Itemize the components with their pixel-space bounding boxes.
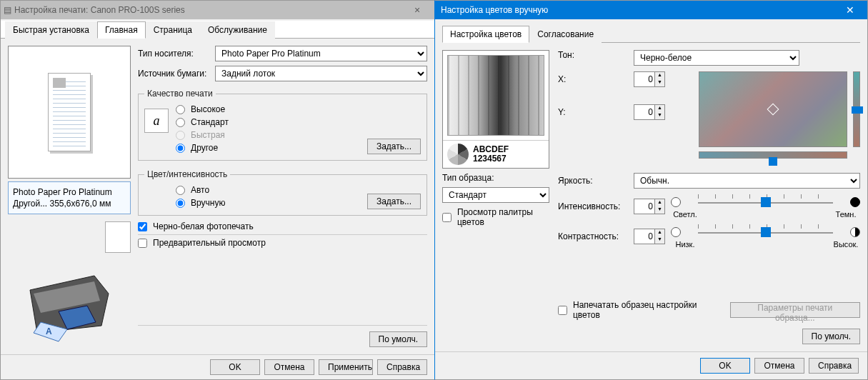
quality-fast: Быстрая	[176, 130, 360, 140]
chevron-down-icon: ▼	[655, 206, 664, 214]
tab-quick[interactable]: Быстрая установка	[5, 21, 97, 39]
brightness-select[interactable]: Обычн.	[634, 173, 860, 189]
tone-map[interactable]	[699, 71, 847, 147]
intensity-slider[interactable]	[688, 194, 843, 210]
controls-column: Тон: Черно-белое X: ▲▼ Y: ▲▼	[558, 50, 860, 344]
tone-select[interactable]: Черно-белое	[634, 50, 799, 66]
slider-thumb[interactable]	[761, 197, 771, 207]
color-fieldset: Цвет/интенсивность Авто Вручную Задать..…	[138, 169, 427, 216]
svg-text:A: A	[46, 326, 52, 336]
ok-button[interactable]: OK	[700, 358, 750, 374]
color-auto[interactable]: Авто	[176, 185, 360, 195]
quality-icon: a	[144, 109, 169, 133]
close-icon[interactable]: ✕	[836, 4, 864, 16]
light-icon	[671, 197, 681, 207]
tab-body: Photo Paper Pro Platinum Другой... 355,6…	[1, 39, 434, 354]
body-2: Настройка цветов Согласование ABCDEF 123…	[435, 19, 867, 379]
titlebar-1[interactable]: ▤ Настройка печати: Canon PRO-100S serie…	[1, 1, 434, 19]
source-label: Источник бумаги:	[138, 69, 209, 79]
intensity-label: Интенсивность:	[558, 201, 628, 211]
pie-icon	[447, 144, 469, 165]
contrast-label: Контрастность:	[558, 231, 628, 241]
sample-preview: ABCDEF 1234567	[442, 50, 549, 169]
dialog-buttons-1: OK Отмена Применить Справка	[1, 354, 434, 379]
sample-column: ABCDEF 1234567 Тип образца: Стандарт Про…	[442, 50, 549, 344]
close-icon[interactable]: ×	[403, 4, 431, 16]
window-title-2: Настройка цветов вручную	[438, 5, 836, 15]
tone-label: Тон:	[558, 50, 628, 60]
intensity-right-label: Темн.	[832, 210, 860, 219]
color-tabs: Настройка цветов Согласование	[442, 25, 860, 43]
sample-num: 1234567	[473, 154, 509, 164]
chevron-up-icon: ▲	[655, 199, 664, 206]
color-set-button[interactable]: Задать...	[367, 194, 421, 209]
defaults-button-2[interactable]: По умолч.	[802, 329, 860, 344]
tab-main[interactable]: Главная	[97, 21, 146, 39]
quality-other[interactable]: Другое	[176, 143, 360, 153]
chevron-up-icon: ▲	[655, 105, 664, 112]
printer-illustration: A	[16, 261, 123, 347]
left-column: Photo Paper Pro Platinum Другой... 355,6…	[8, 46, 131, 347]
cancel-button[interactable]: Отмена	[754, 358, 804, 374]
manual-color-window: Настройка цветов вручную ✕ Настройка цве…	[434, 0, 868, 380]
app-icon: ▤	[4, 5, 11, 15]
pencils-graphic	[447, 55, 544, 136]
tab-color-adjust[interactable]: Настройка цветов	[442, 26, 529, 43]
media-label: Тип носителя:	[138, 49, 209, 59]
slider-thumb[interactable]	[761, 227, 771, 237]
orientation-thumb	[105, 221, 131, 253]
y-spin[interactable]: ▲▼	[634, 104, 665, 120]
info-line-1: Photo Paper Pro Platinum	[13, 186, 126, 198]
paper-info-box: Photo Paper Pro Platinum Другой... 355,6…	[8, 181, 131, 214]
intensity-left-label: Светл.	[671, 210, 699, 219]
chevron-down-icon: ▼	[655, 79, 664, 86]
slider-thumb[interactable]	[769, 157, 777, 166]
tab-matching[interactable]: Согласование	[529, 26, 602, 43]
bw-checkbox[interactable]: Черно-белая фотопечать	[138, 221, 427, 231]
right-column: Тип носителя: Photo Paper Pro Platinum И…	[138, 46, 427, 347]
chevron-up-icon: ▲	[655, 72, 664, 79]
chevron-up-icon: ▲	[655, 229, 664, 236]
contrast-right-label: Высок.	[832, 240, 860, 249]
source-select[interactable]: Задний лоток	[215, 66, 427, 81]
cancel-button[interactable]: Отмена	[264, 359, 314, 375]
x-spin[interactable]: ▲▼	[634, 71, 665, 87]
window-title: Настройка печати: Canon PRO-100S series	[11, 5, 403, 15]
apply-button[interactable]: Применить	[319, 359, 373, 375]
color-legend: Цвет/интенсивность	[144, 169, 230, 179]
slider-thumb[interactable]	[852, 106, 863, 114]
defaults-button[interactable]: По умолч.	[369, 331, 427, 347]
quality-fieldset: Качество печати a Высокое Стандарт Быстр…	[138, 89, 427, 161]
tone-vbar[interactable]	[853, 71, 860, 147]
contrast-left-label: Низк.	[671, 240, 699, 249]
quality-legend: Качество печати	[144, 89, 216, 99]
contrast-spin[interactable]: ▲▼	[634, 229, 665, 244]
info-line-2: Другой... 355,6x676,0 мм	[13, 198, 126, 209]
preview-checkbox[interactable]: Предварительный просмотр	[138, 238, 427, 248]
page-preview	[8, 46, 131, 179]
contrast-slider[interactable]	[688, 224, 843, 240]
sample-params-button: Параметры печати образца...	[730, 302, 860, 318]
palette-checkbox[interactable]: Просмотр палитры цветов	[442, 207, 549, 227]
intensity-spin[interactable]: ▲▼	[634, 199, 665, 214]
quality-set-button[interactable]: Задать...	[367, 139, 421, 154]
sample-type-select[interactable]: Стандарт	[442, 187, 549, 203]
titlebar-2[interactable]: Настройка цветов вручную ✕	[435, 1, 867, 19]
print-sample-checkbox[interactable]: Напечатать образец настройки цветов	[558, 300, 719, 320]
dialog-buttons-2: OK Отмена Справка	[435, 351, 867, 379]
help-button[interactable]: Справка	[809, 358, 859, 374]
tab-page[interactable]: Страница	[146, 21, 200, 39]
color-manual[interactable]: Вручную	[176, 198, 360, 208]
brightness-label: Яркость:	[558, 176, 628, 186]
paper-preview-graphic	[48, 73, 91, 151]
sample-type-label: Тип образца:	[442, 173, 549, 183]
quality-high[interactable]: Высокое	[176, 104, 360, 114]
tab-maintenance[interactable]: Обслуживание	[200, 21, 275, 39]
help-button[interactable]: Справка	[377, 359, 427, 375]
chevron-down-icon: ▼	[655, 112, 664, 119]
quality-standard[interactable]: Стандарт	[176, 117, 360, 127]
print-settings-window: ▤ Настройка печати: Canon PRO-100S serie…	[0, 0, 434, 380]
media-select[interactable]: Photo Paper Pro Platinum	[215, 46, 427, 61]
ok-button[interactable]: OK	[210, 359, 260, 375]
y-label: Y:	[558, 107, 628, 117]
